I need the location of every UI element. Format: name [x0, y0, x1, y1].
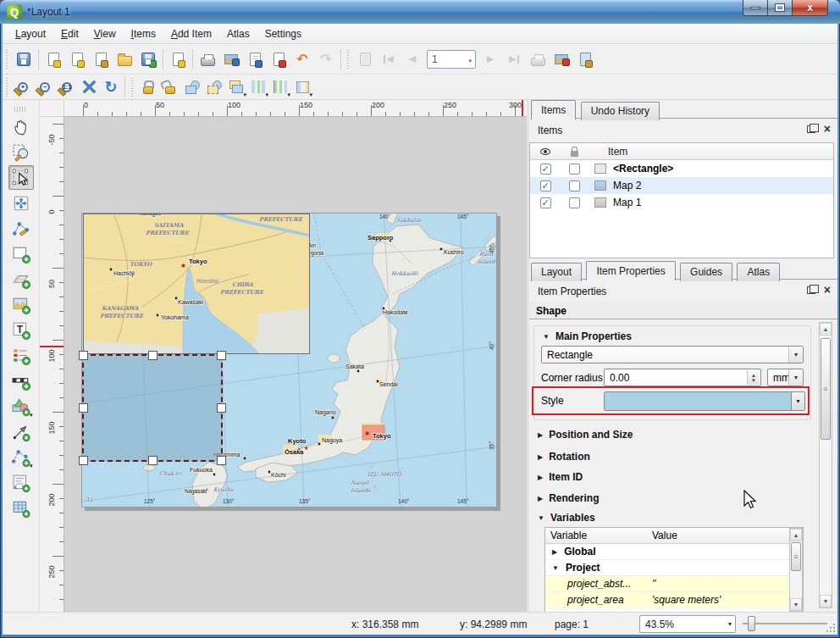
export-image-button[interactable] [219, 47, 243, 71]
zoom-slider-handle[interactable] [748, 616, 755, 631]
toolbar-grip[interactable] [4, 78, 10, 97]
section-position-and-size[interactable]: ▶Position and Size [538, 429, 633, 441]
add-legend-button[interactable] [8, 343, 34, 368]
corner-radius-spinbox[interactable]: 0.00 ▲▼ [604, 369, 761, 386]
add-attribute-table-button[interactable] [8, 496, 34, 520]
resize-handle-ne[interactable] [217, 351, 226, 360]
layout-page[interactable]: Sakhalin140°145°AinnegorskSapporoHokkaid… [81, 213, 497, 508]
save-as-template-button[interactable] [136, 47, 160, 71]
visibility-checkbox[interactable]: ✓ [540, 197, 551, 208]
distribute-items-button[interactable]: ▾ [269, 76, 291, 98]
section-rendering[interactable]: ▶Rendering [538, 492, 600, 504]
float-panel-icon[interactable] [807, 286, 815, 294]
zoom-out-button[interactable]: − [34, 76, 56, 98]
resize-grip[interactable] [826, 623, 836, 633]
refresh-button[interactable]: ↻ [100, 76, 122, 98]
section-item-id[interactable]: ▶Item ID [538, 471, 583, 483]
visibility-checkbox[interactable]: ✓ [540, 164, 551, 175]
add-html-button[interactable] [8, 470, 34, 495]
visibility-checkbox[interactable]: ✓ [540, 180, 551, 191]
align-items-button[interactable]: ▾ [247, 76, 269, 98]
atlas-page-field[interactable] [430, 52, 459, 67]
add-scalebar-button[interactable] [8, 369, 34, 393]
menu-items[interactable]: Items [124, 25, 163, 42]
export-atlas-button[interactable] [550, 47, 573, 71]
print-atlas-button[interactable] [526, 47, 550, 71]
zoom-full-button[interactable] [78, 76, 100, 98]
print-layout-button[interactable] [196, 47, 219, 71]
item-row-map1[interactable]: ✓ Map 1 [530, 194, 833, 211]
variable-row[interactable]: project_abst... '' [545, 576, 803, 592]
tab-items[interactable]: Items [531, 100, 576, 119]
edit-nodes-item-tool-button[interactable] [8, 216, 34, 241]
lock-checkbox[interactable] [569, 180, 580, 191]
resize-handle-e[interactable] [217, 403, 226, 413]
atlas-page-input[interactable]: ▾ [427, 50, 476, 69]
add-map-button[interactable] [8, 241, 34, 266]
last-feature-button[interactable]: ▶ [502, 47, 526, 71]
variables-group-project[interactable]: ▼ Project [545, 560, 803, 576]
tab-item-properties[interactable]: Item Properties [586, 261, 675, 280]
new-layout-button[interactable] [41, 47, 65, 71]
layout-manager-button[interactable] [89, 47, 113, 71]
zoom-tool-button[interactable] [8, 140, 34, 164]
unlock-items-button[interactable] [159, 76, 181, 98]
menu-edit[interactable]: Edit [53, 25, 86, 42]
toolbar-grip[interactable] [345, 50, 351, 69]
minimize-button[interactable] [743, 0, 768, 16]
tab-atlas[interactable]: Atlas [737, 263, 780, 281]
duplicate-layout-button[interactable] [65, 47, 89, 71]
zoom-actual-button[interactable]: 1:1 [56, 76, 78, 98]
add-picture-button[interactable] [8, 292, 34, 317]
first-feature-button[interactable]: ◀ [377, 47, 401, 71]
variables-scrollbar[interactable]: ▲ ≡ ▼ [789, 528, 803, 612]
pan-tool-button[interactable] [8, 114, 34, 139]
export-svg-button[interactable] [243, 47, 267, 71]
raise-items-button[interactable]: ▾ [225, 76, 247, 98]
resize-handle-n[interactable] [148, 351, 158, 360]
resize-handle-w[interactable] [79, 403, 88, 413]
zoom-level-select[interactable]: 43.5% ▾ [639, 615, 736, 633]
section-variables[interactable]: ▼Variables [538, 512, 595, 524]
add-node-item-button[interactable]: ▾ [8, 445, 34, 469]
lock-checkbox[interactable] [569, 164, 580, 175]
toolbar-grip[interactable] [4, 50, 10, 69]
select-move-item-tool-button[interactable] [8, 165, 34, 190]
page-dropdown-icon[interactable]: ▾ [468, 58, 472, 64]
resize-items-button[interactable]: ▾ [291, 76, 313, 98]
menu-settings[interactable]: Settings [257, 25, 309, 42]
atlas-settings-button[interactable] [573, 47, 597, 71]
ungroup-items-button[interactable] [203, 76, 225, 98]
item-row-map2[interactable]: ✓ Map 2 [530, 177, 833, 194]
tab-guides[interactable]: Guides [680, 263, 732, 281]
close-panel-icon[interactable]: × [824, 124, 831, 134]
lock-items-button[interactable] [137, 76, 159, 98]
move-item-content-tool-button[interactable] [8, 191, 34, 215]
open-template-button[interactable] [113, 47, 136, 71]
resize-handle-nw[interactable] [79, 351, 88, 360]
zoom-slider[interactable] [743, 623, 827, 624]
selected-rectangle-item[interactable] [82, 354, 223, 462]
shape-type-select[interactable]: Rectangle ▾ [541, 346, 804, 363]
maximize-button[interactable] [768, 0, 793, 16]
close-button[interactable]: x [793, 0, 828, 16]
main-properties-header[interactable]: ▼ Main Properties [543, 330, 632, 342]
layout-canvas[interactable]: Sakhalin140°145°AinnegorskSapporoHokkaid… [64, 117, 527, 612]
unit-select[interactable]: mm ▾ [767, 369, 804, 386]
resize-handle-sw[interactable] [79, 456, 88, 465]
toolbar-grip[interactable] [130, 78, 135, 97]
variables-group-global[interactable]: ▶ Global [545, 544, 803, 560]
tab-layout[interactable]: Layout [531, 263, 582, 281]
menu-view[interactable]: View [86, 25, 124, 42]
menu-add-item[interactable]: Add Item [163, 25, 219, 42]
previous-feature-button[interactable]: ◀ [401, 47, 424, 71]
float-panel-icon[interactable] [807, 125, 815, 133]
variable-row[interactable]: project_area 'square meters' [545, 592, 803, 608]
spin-arrows[interactable]: ▲▼ [747, 370, 760, 385]
save-project-button[interactable] [12, 47, 36, 71]
add-3d-map-button[interactable] [8, 267, 34, 291]
map2-tokyo-inset[interactable]: KawagoeSAITAMAPREFECTUREPREFECTURETOKYOT… [83, 214, 310, 354]
tab-undo-history[interactable]: Undo History [581, 102, 660, 120]
next-feature-button[interactable]: ▶ [478, 47, 502, 71]
preview-atlas-button[interactable] [353, 47, 377, 71]
